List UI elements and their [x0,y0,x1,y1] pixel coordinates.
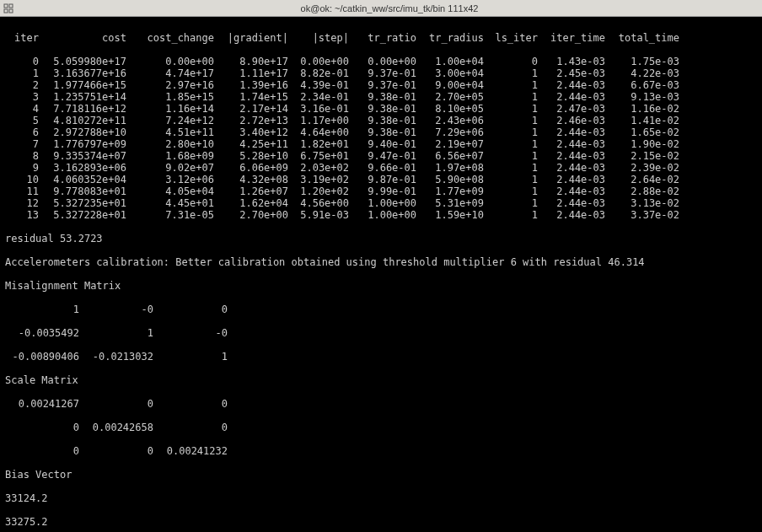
bias-value: 33275.2 [5,516,757,528]
table-row: 31.235751e+141.85e+151.74e+152.34e-019.3… [5,91,757,103]
misalignment-title: Misalignment Matrix [5,280,757,292]
svg-rect-2 [4,9,8,13]
matrix-row: 00.002426580 [5,422,757,433]
matrix-row: 1-00 [5,304,757,315]
scale-title: Scale Matrix [5,374,757,386]
svg-rect-0 [4,4,8,8]
calibration-result-line: Accelerometers calibration: Better calib… [5,256,757,268]
bias-value: 33124.2 [5,492,757,504]
table-row: 05.059980e+170.00e+008.90e+170.00e+000.0… [5,56,757,67]
table-row: 54.810272e+117.24e+122.72e+131.17e+009.3… [5,115,757,126]
table-row: 89.335374e+071.68e+095.28e+106.75e+019.4… [5,150,757,162]
window-menu-icon[interactable] [0,3,17,13]
table-row: 71.776797e+092.80e+104.25e+111.82e+019.4… [5,138,757,150]
window-title: ok@ok: ~/catkin_ww/src/imu_tk/bin 111x42 [17,3,762,13]
window-titlebar: ok@ok: ~/catkin_ww/src/imu_tk/bin 111x42 [0,0,762,17]
table-row: 47.718116e+121.16e+142.17e+143.16e-019.3… [5,103,757,115]
table-row: 104.060352e+043.12e+064.32e+083.19e+029.… [5,174,757,185]
residual-line: residual 53.2723 [5,233,757,245]
matrix-row: -0.00354921-0 [5,327,757,339]
table-row: 119.778083e+014.05e+041.26e+071.20e+029.… [5,185,757,197]
matrix-row: -0.00890406-0.02130321 [5,351,757,363]
matrix-row: 0.0024126700 [5,398,757,410]
bias-title: Bias Vector [5,469,757,481]
table-row: 125.327235e+014.45e+011.62e+044.56e+001.… [5,197,757,209]
table-row: 93.162893e+069.02e+076.06e+092.03e+029.6… [5,162,757,174]
table-row: 13.163677e+164.74e+171.11e+178.82e-019.3… [5,67,757,79]
matrix-row: 000.00241232 [5,445,757,457]
table-row: 62.972788e+104.51e+113.40e+124.64e+009.3… [5,126,757,138]
table-header: itercostcost_change|gradient||step|tr_ra… [5,32,757,44]
table-row: 21.977466e+152.97e+161.39e+164.39e-019.3… [5,79,757,91]
svg-rect-3 [9,9,13,13]
table-row: 135.327228e+017.31e-052.70e+005.91e-031.… [5,209,757,221]
terminal-output[interactable]: itercostcost_change|gradient||step|tr_ra… [0,17,762,532]
svg-rect-1 [9,4,13,8]
